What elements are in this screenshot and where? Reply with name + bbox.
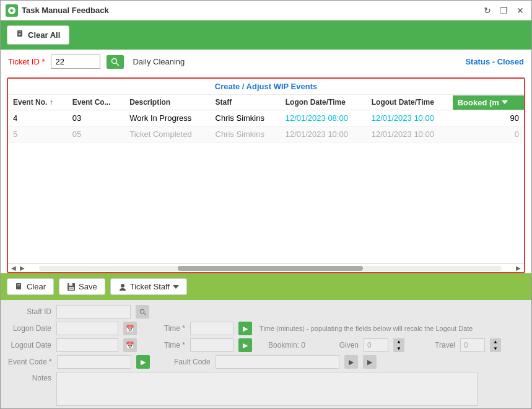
fault-code-btn2[interactable]: ▶: [363, 355, 377, 369]
given-down[interactable]: ▼: [393, 345, 404, 352]
ticket-status: Status - Closed: [465, 57, 524, 66]
form-section: Staff ID Logon Date 📅 Time * ▶ Time (min…: [1, 300, 531, 408]
ticket-search-button[interactable]: [107, 55, 124, 69]
given-up[interactable]: ▲: [393, 338, 404, 345]
fault-code-btn1[interactable]: ▶: [344, 355, 358, 369]
ticket-staff-button[interactable]: Ticket Staff: [110, 278, 187, 295]
fault-code-label: Fault Code: [167, 358, 211, 366]
cell-logout: 12/01/2023 10:00: [367, 110, 453, 126]
svg-line-16: [144, 313, 146, 315]
svg-rect-3: [19, 33, 21, 33]
app-icon: [6, 4, 18, 17]
cell-event-code: 03: [68, 110, 125, 126]
clear-all-button[interactable]: Clear All: [7, 25, 69, 45]
svg-line-6: [116, 63, 119, 66]
wip-table-container[interactable]: Event No. ↑ Event Co... Description Staf…: [8, 95, 524, 179]
title-bar-controls: ↻ ❐ ✕: [481, 4, 526, 17]
booked-dropdown-icon[interactable]: [502, 100, 508, 104]
wip-title: Create / Adjust WIP Events: [8, 79, 524, 95]
cell-booked: 90: [453, 110, 524, 126]
time1-label: Time *: [142, 324, 185, 333]
time1-input[interactable]: [190, 322, 233, 335]
logout-date-input[interactable]: [56, 338, 118, 352]
svg-rect-4: [19, 34, 20, 35]
restore-button[interactable]: ❐: [497, 4, 510, 17]
time2-increment[interactable]: ▶: [238, 338, 252, 352]
bookmin-label: Bookmin: 0: [262, 341, 305, 350]
svg-point-14: [121, 284, 124, 288]
ticket-row: Ticket ID * Daily Cleaning Status - Clos…: [1, 50, 531, 74]
table-row[interactable]: 5 05 Ticket Completed Chris Simkins 12/0…: [8, 126, 524, 143]
logon-date-picker[interactable]: 📅: [123, 322, 137, 335]
travel-down[interactable]: ▼: [490, 345, 501, 352]
save-label: Save: [79, 282, 97, 291]
col-event-code: Event Co...: [68, 95, 125, 110]
svg-rect-11: [69, 283, 72, 286]
svg-point-5: [112, 58, 117, 63]
svg-point-15: [140, 309, 144, 313]
travel-spinner: ▲ ▼: [490, 338, 501, 352]
ticket-staff-label: Ticket Staff: [130, 282, 170, 291]
time-info: Time (minutes) - populating the fields b…: [259, 325, 473, 332]
booked-header-cell: Booked (m: [453, 95, 524, 110]
clear-icon: [15, 283, 24, 291]
save-button[interactable]: Save: [59, 278, 105, 295]
notes-label: Notes: [8, 372, 51, 382]
scroll-left-icon[interactable]: ◀: [9, 265, 18, 271]
close-button[interactable]: ✕: [514, 4, 526, 17]
time1-increment[interactable]: ▶: [238, 322, 252, 335]
wip-section: Create / Adjust WIP Events Event No. ↑ E…: [7, 77, 525, 273]
bottom-toolbar: Clear Save Ticket Staff: [1, 273, 531, 300]
cell-event-no: 5: [8, 126, 68, 143]
main-content: Create / Adjust WIP Events Event No. ↑ E…: [1, 74, 531, 273]
given-spinner: ▲ ▼: [393, 338, 404, 352]
col-booked: Booked (m: [453, 95, 524, 110]
staff-id-input[interactable]: [56, 305, 131, 319]
ticket-id-input[interactable]: [51, 55, 100, 69]
event-code-input[interactable]: [57, 355, 131, 369]
logout-date-picker[interactable]: 📅: [123, 338, 137, 352]
event-code-row: Event Code * ▶ Fault Code ▶ ▶: [8, 355, 524, 369]
cell-description: Ticket Completed: [124, 126, 210, 143]
col-staff: Staff: [211, 95, 281, 110]
scroll-track[interactable]: [39, 266, 502, 271]
scroll-right-icon[interactable]: ▶: [18, 265, 27, 271]
clear-button[interactable]: Clear: [7, 278, 54, 295]
cell-logon: 12/01/2023 08:00: [281, 110, 367, 126]
logout-date-row: Logout Date 📅 Time * ▶ Bookmin: 0 Given …: [8, 338, 524, 352]
booked-header-label: Booked (m: [458, 98, 499, 107]
notes-textarea[interactable]: [56, 372, 477, 406]
horizontal-scrollbar[interactable]: ◀ ▶ ▶: [8, 263, 524, 272]
ticket-name: Daily Cleaning: [133, 57, 185, 66]
logon-date-input[interactable]: [56, 322, 118, 335]
refresh-button[interactable]: ↻: [481, 4, 494, 17]
event-code-go[interactable]: ▶: [136, 355, 150, 369]
notes-row: Notes: [8, 372, 524, 406]
cell-event-code: 05: [68, 126, 125, 143]
staff-icon: [118, 283, 127, 291]
title-bar: Task Manual Feedback ↻ ❐ ✕: [1, 1, 531, 20]
logon-date-row: Logon Date 📅 Time * ▶ Time (minutes) - p…: [8, 322, 524, 335]
scroll-thumb[interactable]: [178, 266, 363, 271]
time2-label: Time *: [142, 341, 185, 350]
title-bar-left: Task Manual Feedback: [6, 4, 109, 17]
ticket-staff-dropdown-icon[interactable]: [173, 285, 179, 289]
given-input[interactable]: [364, 338, 388, 352]
scroll-end-icon[interactable]: ▶: [514, 265, 523, 271]
col-logout: Logout Date/Time: [367, 95, 453, 110]
travel-input[interactable]: [460, 338, 485, 352]
travel-up[interactable]: ▲: [490, 338, 501, 345]
event-code-label: Event Code *: [8, 358, 52, 366]
cell-logout: 12/01/2023 10:00: [367, 126, 453, 143]
save-icon: [67, 283, 76, 291]
staff-id-search-button[interactable]: [136, 305, 149, 319]
col-event-no: Event No. ↑: [8, 95, 68, 110]
table-row[interactable]: 4 03 Work In Progress Chris Simkins 12/0…: [8, 110, 524, 126]
time2-input[interactable]: [190, 338, 233, 352]
svg-rect-13: [69, 288, 73, 289]
main-window: Task Manual Feedback ↻ ❐ ✕ Clear All Tic…: [0, 0, 532, 409]
cell-staff: Chris Simkins: [211, 126, 281, 143]
fault-code-input[interactable]: [216, 355, 339, 369]
window-title: Task Manual Feedback: [22, 6, 109, 15]
cell-logon: 12/01/2023 10:00: [281, 126, 367, 143]
